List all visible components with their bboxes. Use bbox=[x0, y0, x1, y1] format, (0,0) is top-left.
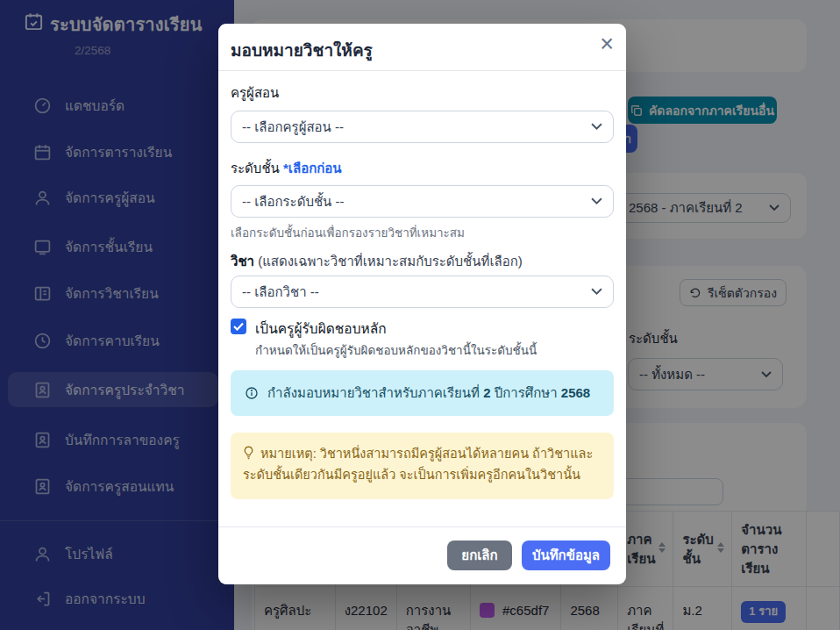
teacher-label: ครูผู้สอน bbox=[231, 82, 279, 104]
info-icon bbox=[245, 386, 259, 400]
save-button[interactable]: บันทึกข้อมูล bbox=[522, 541, 610, 570]
teacher-select-value: -- เลือกครูผู้สอน -- bbox=[242, 117, 344, 138]
modal-title: มอบหมายวิชาให้ครู bbox=[231, 37, 373, 63]
primary-teacher-hint: กำหนดให้เป็นครูผู้รับผิดชอบหลักของวิชานี… bbox=[255, 340, 537, 360]
chevron-down-icon bbox=[591, 123, 602, 131]
chevron-down-icon bbox=[591, 197, 602, 205]
info-text: กำลังมอบหมายวิชาสำหรับภาคเรียนที่ 2 ปีกา… bbox=[267, 383, 590, 404]
cancel-button[interactable]: ยกเลิก bbox=[447, 541, 512, 570]
assign-subject-modal: มอบหมายวิชาให้ครู × ครูผู้สอน -- เลือกคร… bbox=[218, 24, 626, 584]
note-banner: หมายเหตุ: วิชาหนึ่งสามารถมีครูผู้สอนได้ห… bbox=[231, 433, 614, 499]
subject-label: วิชา (แสดงเฉพาะวิชาที่เหมาะสมกับระดับชั้… bbox=[231, 251, 523, 272]
subject-select[interactable]: -- เลือกวิชา -- bbox=[231, 276, 614, 308]
primary-teacher-checkbox[interactable] bbox=[231, 319, 246, 334]
primary-teacher-label: เป็นครูผู้รับผิดชอบหลัก bbox=[255, 318, 387, 340]
subject-select-value: -- เลือกวิชา -- bbox=[242, 282, 319, 303]
level-select-value: -- เลือกระดับชั้น -- bbox=[242, 191, 345, 212]
level-select[interactable]: -- เลือกระดับชั้น -- bbox=[231, 185, 614, 218]
close-icon[interactable]: × bbox=[600, 32, 614, 56]
teacher-select[interactable]: -- เลือกครูผู้สอน -- bbox=[231, 111, 614, 143]
level-hint: เลือกระดับชั้นก่อนเพื่อกรองรายวิชาที่เหม… bbox=[231, 223, 465, 242]
term-info-banner: กำลังมอบหมายวิชาสำหรับภาคเรียนที่ 2 ปีกา… bbox=[231, 370, 614, 416]
level-required-note: *เลือกก่อน bbox=[283, 161, 342, 175]
assign-subject-page: { "sidebar": { "brand_title": "ระบบจัดตา… bbox=[0, 0, 840, 630]
modal-header-divider bbox=[218, 70, 626, 71]
modal-footer-divider bbox=[218, 526, 626, 527]
chevron-down-icon bbox=[591, 288, 602, 296]
note-text: หมายเหตุ: วิชาหนึ่งสามารถมีครูผู้สอนได้ห… bbox=[243, 447, 593, 482]
lightbulb-icon bbox=[243, 446, 254, 460]
check-icon bbox=[233, 322, 244, 331]
level-label: ระดับชั้น *เลือกก่อน bbox=[231, 158, 342, 179]
